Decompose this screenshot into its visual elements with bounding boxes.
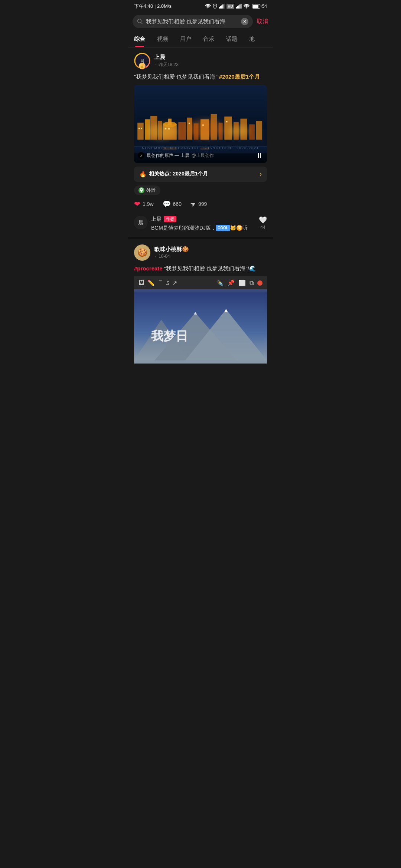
post-time-2: 10-04: [159, 254, 170, 259]
eraser-tool-icon[interactable]: ⬜: [238, 279, 246, 286]
color-picker[interactable]: [257, 280, 263, 286]
canvas-svg: 我梦日: [134, 289, 267, 364]
video-music-info: ♪ 晨创作的原声 — 上晨 @上晨创作: [138, 152, 214, 159]
svg-rect-35: [138, 128, 140, 129]
hot-topic-banner[interactable]: 🔥 相关热点: 2020最后1个月 ›: [134, 167, 267, 182]
post-stats-row: ❤ 1.9w 💬 660 ➤ 999: [134, 200, 267, 208]
svg-rect-24: [178, 122, 186, 140]
search-icon: [137, 19, 143, 24]
tab-video[interactable]: 视频: [151, 31, 174, 47]
post-username-1[interactable]: 上晨: [154, 54, 267, 61]
signal-icon-2: [236, 4, 242, 9]
arrow-tool-icon[interactable]: ↗: [172, 279, 177, 286]
svg-rect-33: [249, 124, 255, 139]
post-meta-1: 上晨 · 昨天18:23: [154, 54, 267, 68]
svg-rect-4: [222, 4, 224, 9]
post-header-1: 晨 💰 上晨 · 昨天18:23: [134, 53, 267, 69]
post-time-1: 昨天18:23: [159, 62, 179, 68]
pause-button[interactable]: ⏸: [256, 151, 263, 160]
search-bar: 我梦见我们相爱 也梦见我们看海 ✕ 取消: [128, 12, 273, 31]
battery-level: 54: [262, 4, 267, 9]
fire-icon: 🔥: [139, 171, 147, 178]
post-text-2: #procreate "我梦见我们相爱 也梦见我们看海"/🌊: [134, 264, 267, 273]
clear-search-button[interactable]: ✕: [241, 18, 248, 25]
status-time: 下午4:40 | 2.0M/s: [134, 3, 172, 10]
avatar-wrap-1: 晨 💰: [134, 53, 150, 69]
pen-tool-icon[interactable]: ✒️: [216, 279, 224, 286]
svg-line-12: [141, 23, 143, 24]
likes-stat[interactable]: ❤ 1.9w: [134, 200, 154, 208]
svg-text:我梦日: 我梦日: [151, 329, 188, 343]
comment-text-1: BGM是傅梦彤的潮汐DJ版，COOL🐱🉑听: [151, 224, 255, 232]
drawing-tools-right: ✒️ 📌 ⬜ ⧉: [216, 279, 263, 286]
svg-rect-6: [236, 7, 237, 9]
drawing-canvas[interactable]: 我梦日: [134, 289, 267, 364]
video-overlay-bottom: ♪ 晨创作的原声 — 上晨 @上晨创作 ⏸: [138, 151, 263, 160]
commenter-username[interactable]: 上晨: [151, 216, 162, 223]
post-card-2: 🍪 歌味小桃酥🍪 · 10-04 #procreate "我梦见我们相爱 也梦见…: [128, 239, 273, 369]
tab-location[interactable]: 地: [243, 31, 261, 47]
cool-badge: COOL: [216, 225, 230, 231]
search-input-wrapper[interactable]: 我梦见我们相爱 也梦见我们看海 ✕: [133, 15, 253, 28]
svg-point-0: [215, 5, 216, 6]
tab-user[interactable]: 用户: [174, 31, 197, 47]
search-tabs: 综合 视频 用户 音乐 话题 地: [128, 31, 273, 47]
commenter-avatar-svg: 晨: [134, 216, 147, 229]
comment-header-1: 上晨 作者: [151, 216, 255, 223]
post-meta-2: 歌味小桃酥🍪 · 10-04: [154, 246, 267, 259]
tiktok-music-icon: ♪: [138, 152, 144, 159]
svg-rect-9: [239, 4, 241, 9]
feed-container: 晨 💰 上晨 · 昨天18:23 "我梦见我们相爱 也梦见我们看海" #2020…: [128, 47, 273, 369]
drawing-tools-left: 🖼 ✏️ ⌒ S ↗: [138, 279, 177, 286]
svg-rect-41: [226, 121, 228, 122]
tab-comprehensive[interactable]: 综合: [128, 31, 151, 47]
user-avatar-2[interactable]: 🍪: [134, 244, 150, 261]
brush-tool-icon[interactable]: ✏️: [147, 279, 155, 286]
comment-item-1: 晨 上晨 作者 BGM是傅梦彤的潮汐DJ版，COOL🐱🉑听 🤍 44: [134, 214, 267, 232]
wifi-icon: [205, 4, 211, 9]
drawing-toolbar: 🖼 ✏️ ⌒ S ↗ ✒️ 📌 ⬜ ⧉: [134, 276, 267, 289]
signal-icon: [219, 4, 225, 9]
shares-stat[interactable]: ➤ 999: [190, 200, 207, 208]
svg-text:♪: ♪: [140, 153, 142, 158]
comments-stat[interactable]: 💬 660: [163, 200, 182, 208]
comment-heart-icon[interactable]: 🤍: [259, 216, 267, 224]
post-hashtag-1[interactable]: #2020最后1个月: [219, 73, 260, 80]
svg-rect-17: [137, 123, 144, 140]
svg-rect-10: [241, 4, 242, 9]
hd-badge: HD: [226, 4, 234, 9]
comment-like-1: 🤍 44: [259, 216, 267, 232]
battery-icon: [252, 4, 260, 9]
tab-music[interactable]: 音乐: [197, 31, 220, 47]
gps-icon: [213, 4, 217, 9]
comment-body-1: 上晨 作者 BGM是傅梦彤的潮汐DJ版，COOL🐱🉑听: [151, 216, 255, 232]
curve-tool-icon[interactable]: ⌒: [158, 280, 163, 286]
wifi-icon-2: [244, 4, 250, 9]
location-tag[interactable]: 外滩: [134, 185, 160, 195]
heart-icon: ❤: [134, 200, 140, 208]
svg-rect-34: [256, 121, 263, 139]
author-badge: 作者: [164, 216, 176, 222]
layer-tool-icon[interactable]: ⧉: [250, 280, 254, 286]
post2-hashtag[interactable]: #procreate: [134, 265, 163, 272]
svg-rect-5: [224, 4, 225, 9]
cancel-search-button[interactable]: 取消: [257, 18, 268, 26]
post-header-2: 🍪 歌味小桃酥🍪 · 10-04: [134, 244, 267, 261]
svg-rect-1: [219, 7, 220, 9]
search-query-text: 我梦见我们相爱 也梦见我们看海: [146, 18, 238, 25]
svg-text:晨: 晨: [138, 220, 143, 226]
svg-rect-36: [141, 128, 142, 129]
image-tool-icon[interactable]: 🖼: [138, 280, 144, 286]
post-text-1: "我梦见我们相爱 也梦见我们看海" #2020最后1个月: [134, 73, 267, 81]
italic-tool-icon[interactable]: S: [166, 280, 169, 286]
svg-rect-23: [168, 119, 172, 125]
tab-topic[interactable]: 话题: [220, 31, 243, 47]
status-bar: 下午4:40 | 2.0M/s HD 54: [128, 0, 273, 12]
post-username-2[interactable]: 歌味小桃酥🍪: [154, 246, 189, 253]
comment-avatar-1[interactable]: 晨: [134, 216, 147, 229]
video-thumbnail-1[interactable]: ♪ 晨创作的原声 — 上晨 @上晨创作 ⏸ NOVEMBER IN SHANGH…: [134, 85, 267, 163]
location-icon: [138, 187, 144, 193]
pin-tool-icon[interactable]: 📌: [227, 279, 235, 286]
avatar-badge-1: 💰: [138, 62, 146, 70]
status-icons: HD 54: [205, 4, 267, 9]
